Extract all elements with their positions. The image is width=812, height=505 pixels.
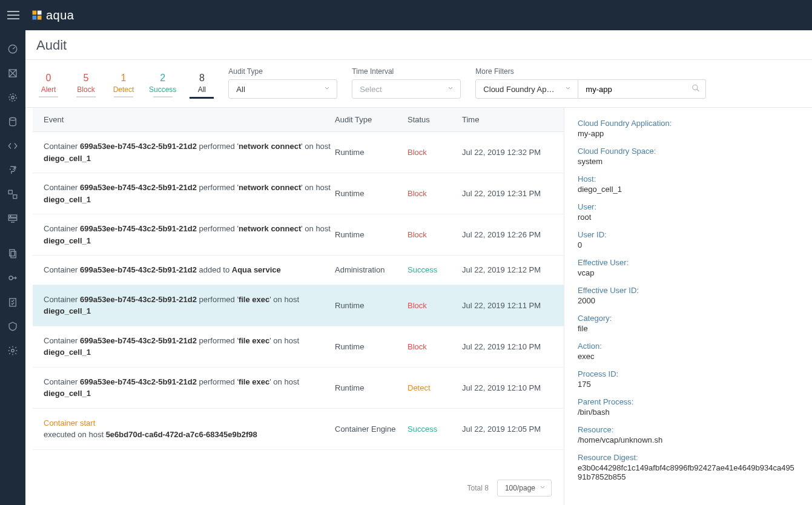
type-cell: Runtime <box>335 383 408 392</box>
nav-secrets[interactable] <box>0 266 25 289</box>
event-cell: Container 699a53ee-b745-43c2-5b91-21d2 a… <box>38 264 335 276</box>
filter-audit-type-label: Audit Type <box>228 67 337 76</box>
svg-point-7 <box>9 94 16 101</box>
svg-rect-0 <box>33 11 37 15</box>
table-row[interactable]: Container 699a53ee-b745-43c2-5b91-21d2 p… <box>33 173 564 214</box>
detail-value: exec <box>578 352 799 361</box>
detail-field: User:root <box>578 202 799 222</box>
time-cell: Jul 22, 2019 12:10 PM <box>462 342 559 351</box>
filter-time-interval-label: Time Interval <box>352 67 461 76</box>
status-cell: Block <box>408 148 462 157</box>
detail-key: Resource Digest: <box>578 453 799 462</box>
nav-audit[interactable] <box>0 315 25 338</box>
nav-compliance[interactable] <box>0 291 25 314</box>
svg-point-6 <box>12 96 15 99</box>
chevron-down-icon <box>323 85 331 94</box>
nav-settings[interactable] <box>0 339 25 362</box>
table-row[interactable]: Container 699a53ee-b745-43c2-5b91-21d2 p… <box>33 285 564 326</box>
table-row[interactable]: Container startexecuted on host 5e6bd70d… <box>33 409 564 450</box>
table-row[interactable]: Container 699a53ee-b745-43c2-5b91-21d2 a… <box>33 256 564 285</box>
menu-toggle[interactable] <box>7 11 19 19</box>
status-tabs: 0Alert5Block1Detect2Success8All <box>36 73 214 99</box>
detail-value: /bin/bash <box>578 408 799 417</box>
col-status: Status <box>408 115 462 124</box>
svg-point-19 <box>12 349 15 352</box>
type-cell: Container Engine <box>335 424 408 434</box>
nav-containers[interactable] <box>0 183 25 206</box>
status-cell: Block <box>408 342 462 351</box>
status-cell: Detect <box>408 383 462 392</box>
detail-key: Action: <box>578 342 799 351</box>
nav-policies[interactable] <box>0 242 25 265</box>
table-row[interactable]: Container 699a53ee-b745-43c2-5b91-21d2 p… <box>33 368 564 409</box>
col-time: Time <box>462 115 559 124</box>
detail-field: Effective User:vcap <box>578 258 799 277</box>
status-count: 5 <box>84 73 89 84</box>
nav-images[interactable] <box>0 110 25 133</box>
detail-value: system <box>578 157 799 166</box>
time-cell: Jul 22, 2019 12:31 PM <box>462 189 559 198</box>
detail-field: Cloud Foundry Space:system <box>578 147 799 166</box>
audit-type-value: All <box>236 85 245 94</box>
page-size-select[interactable]: 100/page <box>497 480 552 497</box>
status-label: Success <box>149 85 176 94</box>
col-type: Audit Type <box>335 115 408 124</box>
svg-rect-2 <box>33 16 37 20</box>
detail-key: Resource: <box>578 425 799 434</box>
nav-dashboard[interactable] <box>0 38 25 61</box>
detail-field: Resource:/home/vcap/unknown.sh <box>578 425 799 444</box>
detail-key: User ID: <box>578 230 799 239</box>
event-cell: Container 699a53ee-b745-43c2-5b91-21d2 p… <box>38 335 335 358</box>
svg-rect-15 <box>10 249 15 256</box>
more-filters-value: Cloud Foundry Application <box>483 85 556 94</box>
status-label: Alert <box>41 85 56 94</box>
status-count: 0 <box>46 73 51 84</box>
nav-vulnerabilities[interactable] <box>0 86 25 109</box>
status-tab-all[interactable]: 8All <box>190 73 214 99</box>
detail-value: diego_cell_1 <box>578 185 799 194</box>
status-tab-block[interactable]: 5Block <box>74 73 98 99</box>
table-row[interactable]: Container 699a53ee-b745-43c2-5b91-21d2 p… <box>33 132 564 173</box>
detail-key: Effective User: <box>578 258 799 267</box>
time-interval-select[interactable]: Select <box>352 79 461 99</box>
nav-services[interactable] <box>0 207 25 230</box>
status-tab-success[interactable]: 2Success <box>149 73 176 99</box>
detail-field: Parent Process:/bin/bash <box>578 397 799 417</box>
detail-field: Effective User ID:2000 <box>578 286 799 305</box>
event-cell: Container 699a53ee-b745-43c2-5b91-21d2 p… <box>38 223 335 246</box>
time-cell: Jul 22, 2019 12:12 PM <box>462 265 559 274</box>
table-header: Event Audit Type Status Time <box>33 108 564 132</box>
nav-enforce[interactable] <box>0 159 25 182</box>
status-count: 2 <box>160 73 165 84</box>
status-tab-alert[interactable]: 0Alert <box>36 73 61 99</box>
status-tab-detect[interactable]: 1Detect <box>111 73 136 99</box>
nav-functions[interactable] <box>0 134 25 157</box>
detail-value: 2000 <box>578 296 799 305</box>
detail-key: Cloud Foundry Space: <box>578 147 799 156</box>
svg-point-17 <box>9 276 13 280</box>
table-row[interactable]: Container 699a53ee-b745-43c2-5b91-21d2 p… <box>33 214 564 256</box>
detail-value: /home/vcap/unknown.sh <box>578 435 799 444</box>
filter-search-input[interactable] <box>578 79 706 99</box>
detail-value: 0 <box>578 240 799 249</box>
more-filters-select[interactable]: Cloud Foundry Application <box>475 79 578 99</box>
filter-more-label: More Filters <box>475 67 706 76</box>
detail-field: Action:exec <box>578 342 799 361</box>
audit-type-select[interactable]: All <box>228 79 337 99</box>
page-title: Audit <box>36 38 801 53</box>
type-cell: Runtime <box>335 189 408 198</box>
detail-field: Host:diego_cell_1 <box>578 174 799 194</box>
page-size-value: 100/page <box>505 484 535 492</box>
svg-rect-3 <box>38 16 42 20</box>
svg-point-20 <box>693 85 698 90</box>
filter-audit-type: Audit Type All <box>228 67 337 99</box>
time-cell: Jul 22, 2019 12:32 PM <box>462 148 559 157</box>
detail-value: 175 <box>578 380 799 389</box>
table-row[interactable]: Container 699a53ee-b745-43c2-5b91-21d2 p… <box>33 326 564 368</box>
status-cell: Block <box>408 301 462 310</box>
time-interval-placeholder: Select <box>360 85 381 94</box>
nav-risk[interactable] <box>0 62 25 85</box>
topbar: aqua <box>0 0 812 30</box>
svg-point-8 <box>10 117 16 120</box>
time-cell: Jul 22, 2019 12:05 PM <box>462 424 559 434</box>
